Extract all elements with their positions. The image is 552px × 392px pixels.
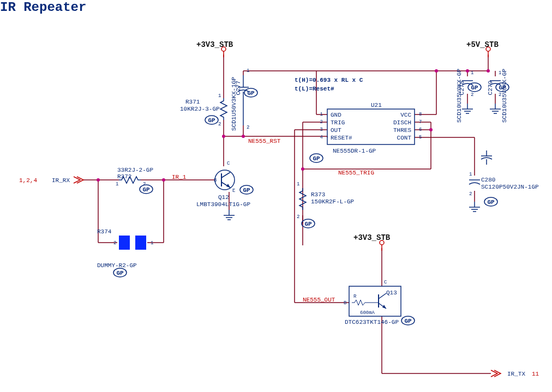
u21-pin2-name: TRIG (331, 119, 345, 126)
svg-line-74 (379, 293, 386, 299)
ir-rx-net: IR_RX (52, 177, 70, 184)
q13-val: DTC623TKT146-GP (345, 319, 399, 325)
c279-val: SCD10U35V0KX-GP (501, 69, 508, 123)
formula-line1: t(H)=0.693 x RL x C (295, 77, 363, 83)
r372-pin2: 2 (143, 182, 146, 187)
u21-part: NE555DR-1-GP (333, 148, 376, 154)
q12-ref: Q12 (218, 194, 229, 201)
power-3v3-1-label: +3V3_STB (196, 40, 233, 49)
q12-val: LMBT3904LT1G-GP (196, 201, 250, 208)
q12-gnd-icon (224, 210, 235, 220)
q12-e: E (232, 188, 235, 194)
c278-val: SCD10U35V0KX-GP (456, 69, 463, 123)
r371-pin1: 1 (218, 93, 221, 99)
q12-symbol (215, 170, 235, 190)
svg-point-34 (487, 69, 490, 73)
c279-gnd-icon (490, 104, 501, 113)
u21-ref: U21 (371, 102, 382, 108)
r374-pin1: 1 (151, 240, 153, 246)
c277-pin1: 1 (247, 68, 249, 74)
c277-pin2: 2 (247, 125, 249, 130)
c280-symbol (469, 180, 480, 184)
q13-symbol (352, 293, 386, 309)
q13-b: B (344, 300, 347, 306)
q12-b: B (214, 178, 217, 183)
svg-point-42 (429, 128, 433, 131)
r374-ref: R374 (97, 228, 112, 235)
r373-pin1: 1 (297, 182, 299, 187)
svg-point-29 (242, 135, 245, 138)
r373-ref: R373 (311, 191, 325, 198)
u21-pin8: 8 (419, 112, 422, 117)
u21-pin1-name: GND (331, 112, 341, 118)
page-title: IR Repeater (0, 0, 86, 15)
r372-gp-icon (140, 185, 153, 194)
u21-pin4-name: RESET# (331, 135, 352, 141)
ne555-out-net: NE555_OUT (303, 297, 335, 303)
ir-tx-ref: 11 (532, 371, 539, 377)
svg-point-33 (466, 69, 469, 73)
q13-ref: Q13 (386, 290, 397, 296)
q13-gp-icon (401, 316, 415, 325)
ir-tx-net: IR_TX (507, 371, 525, 377)
c280-val: SC120P50V2JN-1GP (481, 184, 539, 190)
ne555-rst-net: NE555_RST (248, 138, 281, 144)
c278-pin2: 2 (471, 92, 473, 98)
c280-ref: C280 (481, 177, 495, 183)
schematic-canvas: GP (0, 0, 552, 392)
r374-pin2: 2 (113, 240, 116, 246)
r373-val: 150KR2F-L-GP (311, 198, 355, 205)
u21-pin1: 1 (320, 112, 323, 117)
r371-symbol (220, 98, 227, 120)
c279-ref: C279 (487, 81, 494, 95)
r374-pad2 (119, 236, 130, 250)
svg-point-55 (222, 135, 225, 138)
u21-gp-icon (310, 154, 323, 162)
r371-val: 10KR2J-3-GP (180, 106, 220, 112)
c278-gp-icon (468, 83, 481, 92)
r371-gp-icon (205, 116, 218, 124)
c277-cap-top (481, 150, 492, 165)
r374-pad1 (135, 236, 146, 250)
u21-pin8-name: VCC (400, 112, 411, 118)
q12-gp-icon (240, 185, 253, 194)
r371-ref: R371 (185, 99, 200, 105)
svg-marker-76 (382, 305, 386, 309)
title-text: IR Repeater (0, 0, 86, 15)
r374-gp-icon (113, 268, 127, 277)
formula-line2: t(L)=Reset# (295, 86, 334, 92)
ir-1-net: IR_1 (172, 174, 187, 180)
u21-pin3: 3 (320, 127, 323, 132)
u21-pin3-name: OUT (331, 127, 341, 134)
r371-pin2: 2 (218, 122, 221, 127)
u21-pin6: 6 (419, 127, 422, 132)
u21-pin4: 4 (320, 135, 323, 140)
q12-c: C (227, 161, 230, 166)
u21-pin5: 5 (419, 135, 422, 140)
r373-pin2: 2 (297, 214, 299, 220)
r372-val: 33R2J-2-GP (117, 167, 153, 173)
c277-gp-icon (244, 88, 257, 97)
svg-point-41 (301, 167, 304, 171)
svg-point-32 (435, 69, 438, 73)
offpage-ir-tx-icon (491, 370, 501, 377)
q13-r-label: R (353, 294, 357, 299)
c278-gnd-icon (462, 104, 473, 113)
c280-pin2: 2 (469, 191, 472, 197)
c279-pin1: 1 (499, 70, 501, 76)
u21-pin6-name: THRES (393, 127, 411, 134)
svg-point-53 (97, 178, 100, 182)
c280-gnd-icon (469, 202, 480, 212)
r373-gp-icon (302, 219, 315, 228)
q13-c: C (384, 280, 387, 285)
r372-pin1: 1 (116, 182, 118, 187)
r374-val: DUMMY-R2-GP (97, 262, 137, 269)
u21-pin7: 7 (419, 119, 422, 125)
ne555-trig-net: NE555_TRIG (338, 170, 374, 176)
u21-pin2: 2 (320, 119, 323, 125)
r372-ref: R372 (117, 173, 131, 180)
c280-pin1: 1 (469, 172, 472, 177)
offpage-ir-rx-icon (74, 177, 83, 183)
svg-point-54 (162, 178, 165, 182)
ir-rx-refs: 1,2,4 (19, 177, 37, 184)
